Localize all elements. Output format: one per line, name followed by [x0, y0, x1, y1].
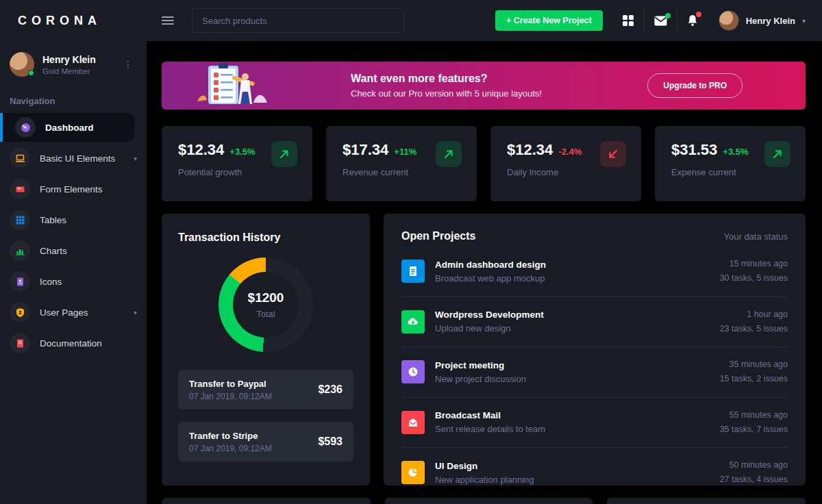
profile-options-icon[interactable]: ⋮: [119, 58, 137, 71]
project-time: 55 minutes ago: [720, 408, 788, 423]
clock-icon: [401, 360, 425, 383]
transaction-history-card: Transaction History $1200 Total Transfer…: [162, 214, 370, 486]
project-title: Admin dashboard design: [435, 260, 720, 270]
stat-value: $17.34: [342, 141, 388, 159]
profile-role: Gold Member: [42, 67, 119, 75]
donut-chart: $1200 Total: [219, 257, 313, 352]
sidebar-item-form-elements[interactable]: Form Elements: [0, 175, 147, 203]
project-tasks: 35 tasks, 7 issues: [720, 423, 788, 437]
donut-total-value: $1200: [248, 290, 284, 305]
sidebar-item-user-pages[interactable]: User Pages ▾: [0, 298, 147, 327]
notification-badge: [696, 12, 701, 17]
banner-subtitle: Check out our Pro version with 5 unique …: [351, 88, 542, 99]
transfer-title: Transfer to Paypal: [189, 379, 318, 389]
stat-label: Expense current: [671, 167, 789, 177]
banner-illustration: [193, 62, 275, 110]
project-tasks: 27 tasks, 4 issues: [720, 473, 788, 487]
profile-name: Henry Klein: [42, 54, 119, 65]
user-avatar: [719, 10, 739, 31]
project-meta: 55 minutes ago 35 tasks, 7 issues: [720, 408, 788, 438]
stat-label: Daily Income: [507, 167, 625, 177]
open-projects-title: Open Projects: [401, 230, 475, 242]
grid-apps-icon[interactable]: [612, 8, 644, 34]
create-project-button[interactable]: + Create New Project: [495, 10, 603, 31]
shield-icon: [10, 302, 30, 323]
project-row-broadcast-mail[interactable]: Broadcast Mail Sent release details to t…: [401, 398, 788, 449]
partial-card: [162, 498, 371, 504]
transfer-title: Tranfer to Stripe: [189, 431, 318, 441]
menu-toggle-icon[interactable]: [162, 14, 174, 27]
sidebar-item-label: Dashboard: [45, 123, 125, 133]
sidebar-item-basic-ui-elements[interactable]: Basic UI Elements ▾: [0, 144, 147, 173]
stat-label: Revenue current: [342, 167, 460, 177]
upgrade-pro-button[interactable]: Upgrade to PRO: [647, 73, 743, 98]
project-text: Broadcast Mail Sent release details to t…: [435, 410, 720, 434]
stat-label: Potential growth: [178, 167, 296, 177]
project-row-admin-dashboard[interactable]: Admin dashboard design Broadcast web app…: [401, 247, 788, 297]
contacts-icon: [10, 271, 30, 292]
project-subtitle: Broadcast web app mockup: [435, 273, 720, 284]
sidebar-menu: Dashboard Basic UI Elements ▾ Form Eleme…: [0, 113, 147, 357]
speedometer-icon: [15, 117, 36, 138]
project-text: Project meeting New project discussion: [435, 360, 720, 384]
sidebar-item-label: Icons: [40, 277, 137, 287]
bottom-row: [162, 498, 806, 504]
project-text: Admin dashboard design Broadcast web app…: [435, 260, 720, 284]
project-row-ui-design[interactable]: UI Design New application planning 50 mi…: [401, 448, 788, 498]
stat-value: $12.34: [178, 141, 224, 159]
project-row-wordpress[interactable]: Wordpress Development Upload new design …: [401, 297, 788, 348]
nav-section-label: Navigation: [0, 86, 147, 113]
bar-chart-icon: [10, 240, 30, 261]
transfer-info: Tranfer to Stripe 07 Jan 2019, 09:12AM: [189, 431, 318, 453]
profile-avatar: [10, 52, 34, 77]
profile-text: Henry Klein Gold Member: [42, 54, 119, 75]
mail-icon[interactable]: [645, 9, 677, 33]
sidebar-item-charts[interactable]: Charts: [0, 236, 147, 265]
chevron-down-icon: ▾: [802, 17, 806, 25]
brand-logo[interactable]: CORONA: [0, 14, 147, 28]
project-time: 1 hour ago: [720, 307, 788, 322]
sidebar-item-label: Charts: [40, 246, 137, 256]
cloud-arrow-icon: [401, 310, 425, 333]
transfers-list: Transfer to Paypal 07 Jan 2019, 09:12AM …: [178, 370, 353, 462]
file-icon: [10, 333, 30, 353]
project-time: 50 minutes ago: [720, 458, 788, 473]
project-meta: 1 hour ago 23 tasks, 5 issues: [720, 307, 788, 337]
project-title: Project meeting: [435, 360, 720, 370]
project-subtitle: New application planning: [435, 475, 720, 485]
transfer-row-stripe[interactable]: Tranfer to Stripe 07 Jan 2019, 09:12AM $…: [178, 422, 353, 462]
partial-card: [607, 498, 806, 504]
form-card-icon: [10, 179, 30, 199]
sidebar-item-tables[interactable]: Tables: [0, 205, 147, 234]
stats-row: $12.34+3.5% Potential growth $17.34+11% …: [162, 126, 806, 201]
stat-card-expense-current: $31.53+3.5% Expense current: [655, 126, 806, 201]
stat-value: $12.34: [507, 141, 553, 159]
transfer-row-paypal[interactable]: Transfer to Paypal 07 Jan 2019, 09:12AM …: [178, 370, 353, 410]
open-projects-card: Open Projects Your data status Admin das…: [384, 214, 806, 486]
project-row-meeting[interactable]: Project meeting New project discussion 3…: [401, 347, 788, 398]
file-doc-icon: [401, 260, 425, 283]
trend-down-icon: [600, 141, 626, 167]
navbar-icons: [612, 8, 708, 34]
transfer-amount: $236: [318, 383, 342, 396]
stat-card-potential-growth: $12.34+3.5% Potential growth: [162, 126, 312, 201]
sidebar-item-label: Tables: [40, 215, 137, 225]
transaction-history-title: Transaction History: [178, 231, 353, 244]
user-menu[interactable]: Henry Klein ▾: [719, 10, 806, 31]
sidebar-profile[interactable]: Henry Klein Gold Member ⋮: [0, 41, 147, 86]
project-subtitle: Sent release details to team: [435, 424, 720, 434]
stat-delta: +3.5%: [229, 147, 255, 157]
stat-delta: -2.4%: [558, 147, 582, 157]
project-tasks: 23 tasks, 5 issues: [720, 322, 788, 336]
pie-chart-icon: [401, 461, 425, 484]
top-navbar: CORONA + Create New Project: [0, 0, 822, 41]
mail-badge: [665, 13, 671, 18]
sidebar-item-dashboard[interactable]: Dashboard: [0, 113, 134, 142]
search-input[interactable]: [202, 16, 394, 26]
sidebar-item-label: Documentation: [40, 338, 137, 349]
sidebar-item-documentation[interactable]: Documentation: [0, 329, 147, 357]
project-meta: 15 minutes ago 30 tasks, 5 issues: [720, 257, 788, 286]
sidebar-item-icons[interactable]: Icons: [0, 267, 147, 296]
stat-value: $31.53: [671, 141, 717, 159]
bell-icon[interactable]: [677, 8, 708, 34]
